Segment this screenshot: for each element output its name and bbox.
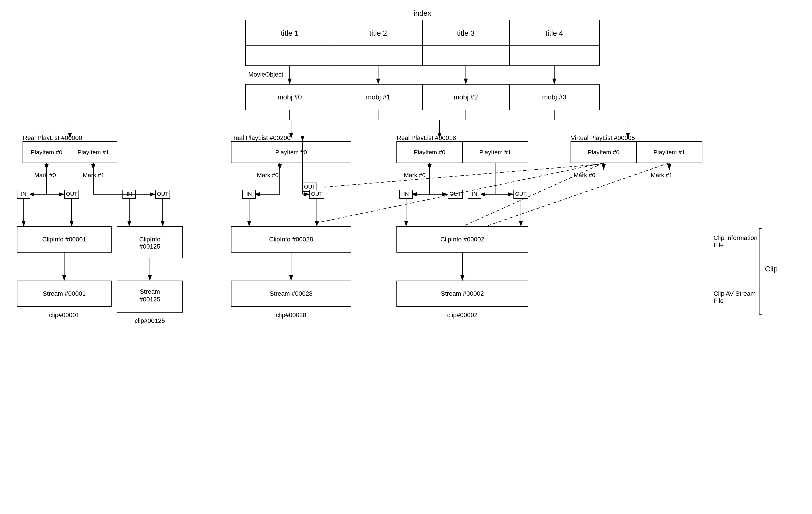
mark20-label: Mark #0 (404, 172, 426, 178)
clipinfo1-label: ClipInfo (139, 236, 161, 243)
svg-line-127 (317, 163, 604, 223)
diagram: index title 1 title 2 title 3 title 4 Mo… (0, 0, 812, 514)
stream2-label: Stream #00028 (270, 290, 313, 297)
pi31-label: PlayItem #1 (654, 149, 685, 156)
mark01-label: Mark #1 (83, 172, 105, 178)
pi20-label: PlayItem #0 (414, 149, 445, 156)
svg-marker-50 (22, 221, 26, 226)
out10-label: OUT (304, 184, 316, 190)
out21-label: OUT (515, 191, 527, 197)
svg-rect-64 (155, 190, 170, 198)
svg-marker-63 (150, 192, 155, 196)
svg-marker-15 (552, 79, 556, 84)
svg-rect-69 (117, 226, 183, 258)
svg-line-129 (485, 163, 669, 226)
svg-marker-123 (602, 164, 606, 170)
clipinfofile2-label: File (714, 241, 724, 249)
svg-marker-116 (519, 221, 523, 226)
svg-rect-16 (245, 84, 599, 110)
svg-rect-91 (231, 226, 351, 252)
svg-marker-85 (304, 192, 310, 196)
out00-label: OUT (66, 191, 78, 197)
svg-marker-13 (464, 79, 468, 84)
svg-rect-56 (17, 281, 111, 306)
svg-rect-105 (448, 190, 462, 198)
svg-rect-45 (17, 190, 30, 198)
pi30-label: PlayItem #0 (588, 149, 620, 156)
svg-rect-0 (245, 20, 599, 46)
mobj2-label: mobj #2 (454, 93, 478, 101)
mark00-label: Mark #0 (34, 172, 56, 178)
out20-label: OUT (450, 191, 461, 197)
svg-rect-121 (571, 141, 702, 163)
in01-label: IN (127, 191, 132, 197)
clipinfo0-label: ClipInfo #00001 (42, 236, 86, 243)
svg-marker-74 (278, 164, 282, 170)
svg-marker-114 (404, 221, 408, 226)
mobj0-label: mobj #0 (278, 93, 302, 101)
stream3-label: Stream #00002 (441, 290, 484, 297)
out10b-label: OUT (311, 191, 323, 197)
svg-rect-73 (231, 141, 351, 163)
svg-rect-79 (242, 190, 256, 198)
pi01-label: PlayItem #1 (78, 149, 109, 156)
svg-marker-35 (626, 133, 630, 139)
in20-label: IN (404, 191, 409, 197)
clipavfile2-label: File (714, 297, 724, 304)
stream1b-label: #00125 (139, 296, 160, 303)
pi00-label: PlayItem #0 (31, 149, 62, 156)
index-label: index (413, 9, 431, 18)
svg-marker-38 (45, 164, 49, 170)
svg-marker-52 (70, 221, 74, 226)
svg-rect-48 (64, 190, 79, 198)
svg-marker-93 (289, 275, 293, 281)
svg-rect-95 (397, 141, 528, 163)
clipavfile-label: Clip AV Stream (714, 290, 756, 297)
diagram-svg: index title 1 title 2 title 3 title 4 Mo… (0, 0, 812, 514)
svg-marker-90 (315, 221, 319, 226)
svg-marker-101 (411, 192, 417, 196)
svg-marker-78 (254, 192, 260, 196)
svg-rect-4 (245, 46, 599, 66)
pi21-label: PlayItem #1 (480, 149, 511, 156)
svg-rect-53 (17, 226, 111, 252)
mobj1-label: mobj #1 (366, 93, 390, 101)
clipinfo3-label: ClipInfo #00002 (440, 236, 484, 243)
playlist0-label: Real PlayList #00000 (23, 134, 82, 141)
svg-rect-94 (231, 281, 351, 306)
svg-marker-27 (289, 133, 293, 139)
svg-marker-60 (123, 192, 128, 196)
svg-marker-66 (127, 221, 131, 226)
mark10-label: Mark #0 (257, 172, 279, 178)
clip-brace-label: Clip (765, 265, 778, 273)
playlist3-label: Virtual PlayList #00005 (571, 134, 635, 141)
svg-marker-111 (508, 192, 514, 196)
svg-rect-86 (310, 190, 324, 198)
svg-marker-31 (438, 133, 441, 139)
clip2-label: clip#00028 (276, 312, 306, 319)
svg-rect-102 (400, 190, 412, 198)
in21-label: IN (472, 191, 477, 197)
svg-rect-117 (397, 226, 528, 252)
svg-rect-80 (302, 183, 317, 191)
svg-line-138 (324, 164, 599, 187)
title2-label: title 2 (369, 29, 387, 37)
svg-marker-47 (59, 192, 64, 196)
svg-marker-40 (91, 164, 95, 170)
svg-marker-97 (428, 164, 432, 170)
stream0-label: Stream #00001 (43, 290, 86, 297)
pi10-label: PlayItem #0 (276, 149, 307, 156)
clip1-label: clip#00125 (135, 317, 165, 324)
svg-marker-104 (442, 192, 448, 196)
svg-line-128 (462, 163, 604, 226)
clip3-label: clip#00002 (447, 312, 477, 319)
stream1-label: Stream (140, 288, 160, 295)
svg-rect-61 (123, 190, 136, 198)
svg-marker-44 (29, 192, 34, 196)
svg-marker-9 (288, 79, 292, 84)
svg-rect-109 (468, 190, 481, 198)
svg-marker-11 (376, 79, 380, 84)
svg-marker-23 (68, 133, 72, 139)
clipinfo1b-label: #00125 (139, 243, 160, 250)
movieobject-label: MovieObject (248, 71, 283, 78)
